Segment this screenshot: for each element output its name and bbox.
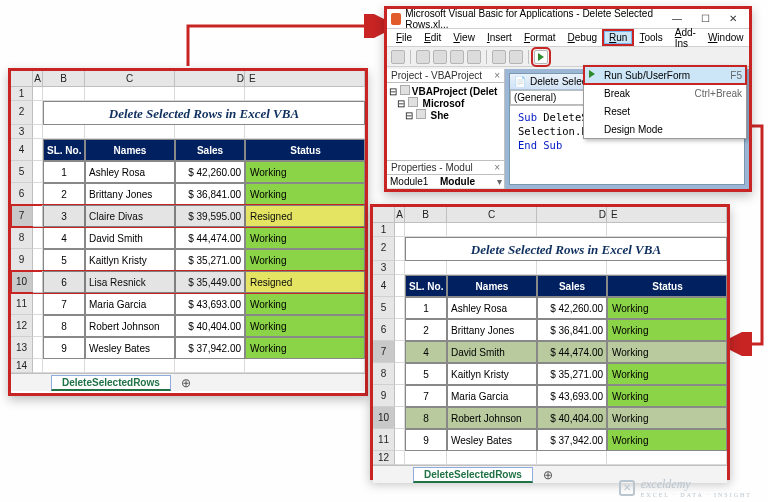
project-tree[interactable]: ⊟ VBAProject (Delet⊟ Microsof⊟ She (387, 83, 504, 160)
status-cell: Working (245, 161, 365, 183)
row-head[interactable]: 9 (373, 385, 395, 407)
row-head[interactable]: 8 (11, 227, 33, 249)
status-cell: Working (607, 363, 727, 385)
col-head-C[interactable]: C (85, 71, 175, 86)
table-row[interactable]: 117Maria Garcia$ 43,693.00Working (11, 293, 365, 315)
vba-menubar: FileEditViewInsertFormatDebugRunToolsAdd… (387, 29, 749, 47)
table-row[interactable]: 119Wesley Bates$ 37,942.00Working (373, 429, 727, 451)
row-head[interactable]: 8 (373, 363, 395, 385)
table-row[interactable]: 139Wesley Bates$ 37,942.00Working (11, 337, 365, 359)
table-row[interactable]: 97Maria Garcia$ 43,693.00Working (373, 385, 727, 407)
run-menu-reset[interactable]: Reset (584, 102, 746, 120)
table-header[interactable]: Names (447, 275, 537, 297)
run-menu-break[interactable]: BreakCtrl+Break (584, 84, 746, 102)
table-row[interactable]: 73Claire Divas$ 39,595.00Resigned (11, 205, 365, 227)
menu-run[interactable]: Run (604, 31, 632, 44)
new-sheet-button[interactable]: ⊕ (175, 376, 197, 390)
window-maximize-button[interactable]: ☐ (693, 11, 717, 27)
vba-window: Microsoft Visual Basic for Applications … (384, 6, 752, 192)
toolbar-redo-icon[interactable] (509, 50, 523, 64)
row-head[interactable]: 5 (11, 161, 33, 183)
toolbar-paste-icon[interactable] (467, 50, 481, 64)
menu-tools[interactable]: Tools (634, 31, 667, 44)
table-row[interactable]: 84David Smith$ 44,474.00Working (11, 227, 365, 249)
property-row[interactable]: Module1 Module ▾ (387, 175, 504, 189)
close-icon[interactable]: × (494, 162, 500, 173)
project-node[interactable]: ⊟ She (389, 109, 502, 121)
table-header[interactable]: Names (85, 139, 175, 161)
table-header[interactable]: Sales (537, 275, 607, 297)
window-close-button[interactable]: ✕ (721, 11, 745, 27)
col-head-D[interactable]: D (175, 71, 245, 86)
menu-edit[interactable]: Edit (419, 31, 446, 44)
run-menu-dropdown: Run Sub/UserFormF5BreakCtrl+BreakResetDe… (583, 65, 747, 139)
table-row[interactable]: 95Kaitlyn Kristy$ 35,271.00Working (11, 249, 365, 271)
col-head-A[interactable]: A (395, 207, 405, 222)
close-icon[interactable]: × (494, 70, 500, 81)
table-row[interactable]: 62Brittany Jones$ 36,841.00Working (11, 183, 365, 205)
watermark-logo-icon: ✕ (619, 480, 635, 496)
table-row[interactable]: 106Lisa Resnick$ 35,449.00Resigned (11, 271, 365, 293)
row-head[interactable]: 11 (373, 429, 395, 451)
table-row[interactable]: 74David Smith$ 44,474.00Working (373, 341, 727, 363)
status-cell: Working (607, 297, 727, 319)
menu-debug[interactable]: Debug (563, 31, 602, 44)
status-cell: Working (607, 429, 727, 451)
status-cell: Working (245, 183, 365, 205)
row-head[interactable]: 9 (11, 249, 33, 271)
table-header[interactable]: SL. No. (405, 275, 447, 297)
table-row[interactable]: 51Ashley Rosa$ 42,260.00Working (11, 161, 365, 183)
table-row[interactable]: 108Robert Johnson$ 40,404.00Working (373, 407, 727, 429)
project-node[interactable]: ⊟ Microsof (389, 97, 502, 109)
table-row[interactable]: 85Kaitlyn Kristy$ 35,271.00Working (373, 363, 727, 385)
table-header[interactable]: Status (245, 139, 365, 161)
menu-format[interactable]: Format (519, 31, 561, 44)
toolbar-cut-icon[interactable] (433, 50, 447, 64)
row-head[interactable]: 10 (373, 407, 395, 429)
stop-icon (588, 105, 600, 117)
row-head[interactable]: 12 (11, 315, 33, 337)
sheet-tab[interactable]: DeleteSelectedRows (413, 467, 533, 483)
toolbar-excel-icon[interactable] (391, 50, 405, 64)
col-head-B[interactable]: B (43, 71, 85, 86)
row-head[interactable]: 10 (11, 271, 33, 293)
table-header[interactable]: SL. No. (43, 139, 85, 161)
row-head[interactable]: 7 (373, 341, 395, 363)
table-header[interactable]: Status (607, 275, 727, 297)
menu-insert[interactable]: Insert (482, 31, 517, 44)
row-head[interactable]: 5 (373, 297, 395, 319)
col-head-E[interactable]: E (607, 207, 727, 222)
menu-add-ins[interactable]: Add-Ins (670, 26, 701, 50)
watermark: ✕ exceldemy EXCEL · DATA · INSIGHT (619, 477, 752, 498)
menu-view[interactable]: View (448, 31, 480, 44)
table-row[interactable]: 62Brittany Jones$ 36,841.00Working (373, 319, 727, 341)
sheet-tab[interactable]: DeleteSelectedRows (51, 375, 171, 391)
run-menu-design-mode[interactable]: Design Mode (584, 120, 746, 138)
table-row[interactable]: 128Robert Johnson$ 40,404.00Working (11, 315, 365, 337)
row-head[interactable]: 6 (11, 183, 33, 205)
toolbar-run-icon[interactable] (534, 50, 548, 64)
row-head[interactable]: 13 (11, 337, 33, 359)
col-head-E[interactable]: E (245, 71, 365, 86)
menu-file[interactable]: File (391, 31, 417, 44)
window-minimize-button[interactable]: — (665, 11, 689, 27)
toolbar-copy-icon[interactable] (450, 50, 464, 64)
col-head-D[interactable]: D (537, 207, 607, 222)
toolbar-save-icon[interactable] (416, 50, 430, 64)
table-row[interactable]: 51Ashley Rosa$ 42,260.00Working (373, 297, 727, 319)
menu-window[interactable]: Window (703, 31, 749, 44)
run-menu-run-sub-userform[interactable]: Run Sub/UserFormF5 (584, 66, 746, 84)
col-head-B[interactable]: B (405, 207, 447, 222)
row-head[interactable]: 6 (373, 319, 395, 341)
row-head[interactable]: 11 (11, 293, 33, 315)
col-head-A[interactable]: A (33, 71, 43, 86)
status-cell: Working (245, 249, 365, 271)
row-head[interactable]: 7 (11, 205, 33, 227)
table-header[interactable]: Sales (175, 139, 245, 161)
toolbar-undo-icon[interactable] (492, 50, 506, 64)
new-sheet-button[interactable]: ⊕ (537, 468, 559, 482)
menu-help[interactable]: Help (750, 31, 752, 44)
col-head-C[interactable]: C (447, 207, 537, 222)
project-node[interactable]: ⊟ VBAProject (Delet (389, 85, 502, 97)
excel-before-panel: ABCDE12Delete Selected Rows in Excel VBA… (8, 68, 368, 396)
